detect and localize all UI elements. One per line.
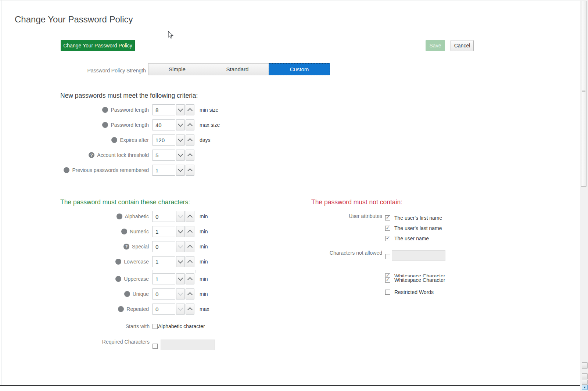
help-icon: ? xyxy=(89,152,94,158)
spin-up-button[interactable] xyxy=(186,304,194,315)
spin-down-button[interactable] xyxy=(176,165,185,176)
spin-up-button[interactable] xyxy=(186,241,194,252)
starts-with-checkbox[interactable] xyxy=(153,324,158,329)
chevron-up-icon xyxy=(187,153,193,158)
number-input[interactable] xyxy=(152,288,175,299)
spinner-row: Password length max size xyxy=(15,119,220,130)
spinner-row: Lowercase min xyxy=(15,256,208,267)
save-button[interactable]: Save xyxy=(426,40,445,51)
spin-up-button[interactable] xyxy=(186,165,194,176)
scroll-down-button[interactable]: ▼ xyxy=(582,385,588,390)
spin-up-button[interactable] xyxy=(186,104,194,115)
help-icon xyxy=(124,291,130,297)
user-attribute-checkbox[interactable]: ✓ xyxy=(385,226,390,231)
unit-label: min xyxy=(200,229,208,234)
required-characters-input[interactable] xyxy=(161,340,215,350)
help-icon xyxy=(115,276,121,282)
spin-down-button[interactable] xyxy=(176,241,185,252)
number-input[interactable] xyxy=(152,273,175,284)
spin-down-button[interactable] xyxy=(176,211,185,222)
help-icon: ? xyxy=(123,244,129,250)
chevron-up-icon xyxy=(187,277,193,282)
number-input[interactable] xyxy=(152,134,175,146)
field-label: Special xyxy=(132,244,149,250)
restricted-words-label: Restricted Words xyxy=(394,290,434,295)
characters-not-allowed-checkbox[interactable] xyxy=(385,254,390,259)
spin-up-button[interactable] xyxy=(186,226,194,237)
number-input[interactable] xyxy=(152,119,175,130)
number-input[interactable] xyxy=(152,256,175,267)
scrollbar-fragment-button[interactable] xyxy=(582,380,588,385)
field-label: Expires after xyxy=(120,137,149,143)
whitespace-character-checkbox[interactable]: ✓ xyxy=(385,277,390,283)
spin-down-button[interactable] xyxy=(176,119,185,130)
strength-label: Password Policy Strength xyxy=(75,68,146,73)
number-input[interactable] xyxy=(152,104,175,115)
strength-segmented-control: Simple Standard Custom xyxy=(148,63,330,75)
chevron-down-icon xyxy=(178,137,183,142)
user-attribute-checkbox[interactable]: ✓ xyxy=(385,236,390,241)
spin-up-button[interactable] xyxy=(186,288,194,299)
spin-down-button[interactable] xyxy=(176,226,185,237)
chevron-up-icon xyxy=(187,245,193,250)
starts-with-option-label: Alphabetic character xyxy=(158,324,205,329)
unit-label: min xyxy=(200,291,208,297)
user-attribute-checkbox[interactable]: ✓ xyxy=(385,215,390,220)
help-icon xyxy=(116,214,122,219)
vertical-scrollbar-thumb[interactable] xyxy=(581,1,587,187)
chevron-down-icon xyxy=(178,213,183,218)
strength-option-custom[interactable]: Custom xyxy=(269,63,330,75)
number-input[interactable] xyxy=(152,226,175,237)
scroll-down-arrow-icon: ▼ xyxy=(583,386,586,389)
spin-up-button[interactable] xyxy=(186,150,194,161)
spin-down-button[interactable] xyxy=(176,150,185,161)
strength-option-simple[interactable]: Simple xyxy=(148,63,206,75)
spin-down-button[interactable] xyxy=(176,288,185,299)
spin-down-button[interactable] xyxy=(176,104,185,115)
spin-down-button[interactable] xyxy=(176,304,185,315)
number-input[interactable] xyxy=(152,304,175,315)
spin-up-button[interactable] xyxy=(186,211,194,222)
page-title: Change Your Password Policy xyxy=(15,14,133,25)
user-attribute-row: ✓ The user name xyxy=(385,236,429,241)
field-label: Password length xyxy=(111,107,149,113)
chevron-down-icon xyxy=(178,243,183,248)
characters-not-allowed-input[interactable] xyxy=(392,250,445,261)
user-attribute-label: The user's last name xyxy=(394,226,442,231)
window-top-edge xyxy=(0,0,588,0)
chevron-down-icon xyxy=(178,122,183,127)
help-icon xyxy=(115,259,121,265)
spin-down-button[interactable] xyxy=(176,134,185,146)
spinner-row: ? Special min xyxy=(15,241,208,252)
window-bottom-edge xyxy=(0,385,580,386)
spin-up-button[interactable] xyxy=(186,256,194,267)
change-password-policy-button[interactable]: Change Your Password Policy xyxy=(61,40,135,51)
number-input[interactable] xyxy=(152,241,175,252)
chevron-down-icon xyxy=(178,276,183,281)
spin-down-button[interactable] xyxy=(176,256,185,267)
spinner-row: Uppercase min xyxy=(15,273,208,284)
strength-option-standard[interactable]: Standard xyxy=(206,63,269,75)
help-icon xyxy=(102,107,108,113)
required-characters-checkbox[interactable] xyxy=(153,344,158,349)
number-input[interactable] xyxy=(152,211,175,222)
help-icon xyxy=(121,229,127,234)
cancel-button[interactable]: Cancel xyxy=(451,40,474,51)
field-label: Repeated xyxy=(126,306,149,312)
ghost-label: Whitespace Character xyxy=(394,273,445,277)
scrollbar-fragment-button[interactable] xyxy=(582,362,588,369)
spin-up-button[interactable] xyxy=(186,119,194,130)
number-input[interactable] xyxy=(152,150,175,161)
chevron-up-icon xyxy=(187,138,193,143)
restricted-words-checkbox[interactable] xyxy=(385,290,390,295)
spin-up-button[interactable] xyxy=(186,134,194,146)
scrollbar-fragment-button[interactable] xyxy=(582,373,588,379)
chevron-down-icon xyxy=(178,228,183,233)
number-input[interactable] xyxy=(152,165,175,176)
spin-down-button[interactable] xyxy=(176,273,185,284)
spin-up-button[interactable] xyxy=(186,273,194,284)
chevron-up-icon xyxy=(187,123,193,128)
criteria-heading: New passwords must meet the following cr… xyxy=(60,92,198,100)
must-not-contain-heading: The password must not contain: xyxy=(311,198,402,206)
characters-not-allowed-label: Characters not allowed xyxy=(309,250,382,256)
